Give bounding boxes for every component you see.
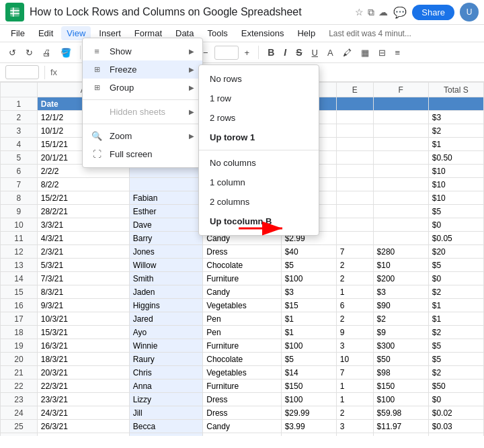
cell-num-25[interactable]: 25 [1, 420, 38, 433]
cell-c-18[interactable]: Pen [203, 326, 281, 339]
cell-num-19[interactable]: 19 [1, 339, 38, 353]
comment-icon[interactable]: 💬 [393, 6, 407, 19]
highlight-button[interactable]: 🖍 [339, 46, 355, 60]
cell-e-21[interactable]: 7 [336, 366, 373, 379]
cell-b-19[interactable]: Winnie [129, 339, 203, 353]
freeze-1-row[interactable]: 1 row [199, 89, 319, 108]
copy-icon[interactable]: ⧉ [368, 7, 374, 18]
cell-num-3[interactable]: 3 [1, 124, 38, 138]
cell-b-15[interactable]: Jaden [129, 285, 203, 299]
cell-num-8[interactable]: 8 [1, 191, 38, 205]
cell-e-10[interactable] [336, 218, 373, 232]
cell-d-20[interactable]: $5 [281, 353, 336, 366]
cell-a-10[interactable]: 3/3/21 [37, 218, 129, 232]
freeze-no-rows[interactable]: No rows [199, 69, 319, 89]
cell-e-22[interactable]: 1 [336, 379, 373, 393]
cell-f-18[interactable]: $9 [373, 326, 428, 339]
cell-f-4[interactable] [373, 138, 428, 151]
cell-g-3[interactable]: $2 [428, 124, 483, 138]
cell-e1[interactable] [336, 97, 373, 111]
cell-c-21[interactable]: Vegetables [203, 366, 281, 379]
cloud-icon[interactable]: ☁ [378, 7, 388, 18]
cell-a-15[interactable]: 8/3/21 [37, 285, 129, 299]
cell-g-6[interactable]: $10 [428, 165, 483, 178]
undo-button[interactable]: ↺ [5, 46, 19, 60]
cell-b-21[interactable]: Chris [129, 366, 203, 379]
cell-a-18[interactable]: 15/3/21 [37, 326, 129, 339]
star-icon[interactable]: ☆ [355, 7, 364, 18]
border-button[interactable]: ▦ [358, 46, 372, 60]
cell-e-4[interactable] [336, 138, 373, 151]
col-header-f[interactable]: F [373, 83, 428, 97]
cell-g-15[interactable]: $2 [428, 285, 483, 299]
cell-b-25[interactable]: Becca [129, 420, 203, 433]
cell-num-9[interactable]: 9 [1, 205, 38, 218]
cell-d-25[interactable]: $3.99 [281, 420, 336, 433]
view-menu-show[interactable]: ≡ Show [83, 42, 202, 60]
cell-a-26[interactable]: 30/3/21 [37, 433, 129, 437]
cell-e-18[interactable]: 9 [336, 326, 373, 339]
cell-b-23[interactable]: Lizzy [129, 393, 203, 406]
cell-a-11[interactable]: 4/3/21 [37, 232, 129, 245]
cell-f-23[interactable]: $100 [373, 393, 428, 406]
cell-g-19[interactable]: $5 [428, 339, 483, 353]
cell-g-16[interactable]: $1 [428, 299, 483, 312]
cell-e-20[interactable]: 10 [336, 353, 373, 366]
cell-f-2[interactable] [373, 111, 428, 124]
cell-b-20[interactable]: Raury [129, 353, 203, 366]
cell-f-8[interactable] [373, 191, 428, 205]
cell-f-26[interactable]: $120 [373, 433, 428, 437]
cell-b-9[interactable]: Esther [129, 205, 203, 218]
cell-num-21[interactable]: 21 [1, 366, 38, 379]
cell-a-20[interactable]: 18/3/21 [37, 353, 129, 366]
cell-e-17[interactable]: 2 [336, 312, 373, 326]
cell-a-9[interactable]: 28/2/21 [37, 205, 129, 218]
cell-g-10[interactable]: $0 [428, 218, 483, 232]
cell-g-9[interactable]: $5 [428, 205, 483, 218]
cell-num-13[interactable]: 13 [1, 259, 38, 272]
cell-b-12[interactable]: Jones [129, 245, 203, 259]
cell-f-24[interactable]: $59.98 [373, 406, 428, 420]
freeze-1-column[interactable]: 1 column [199, 173, 319, 192]
cell-e-11[interactable] [336, 232, 373, 245]
font-size-input[interactable]: 10 [214, 46, 239, 60]
cell-e-6[interactable] [336, 165, 373, 178]
cell-f-3[interactable] [373, 124, 428, 138]
cell-c-19[interactable]: Furniture [203, 339, 281, 353]
cell-d-16[interactable]: $15 [281, 299, 336, 312]
cell-d-15[interactable]: $3 [281, 285, 336, 299]
cell-f-15[interactable]: $3 [373, 285, 428, 299]
italic-button[interactable]: I [280, 45, 290, 60]
cell-f1[interactable] [373, 97, 428, 111]
cell-b-11[interactable]: Barry [129, 232, 203, 245]
cell-c-26[interactable]: Shoes [203, 433, 281, 437]
cell-d-26[interactable]: $60 [281, 433, 336, 437]
cell-c-14[interactable]: Furniture [203, 272, 281, 285]
cell-f-7[interactable] [373, 178, 428, 191]
cell-b-18[interactable]: Ayo [129, 326, 203, 339]
freeze-up-to-row1[interactable]: Up to row 1 [199, 128, 319, 147]
cell-e-25[interactable]: 3 [336, 420, 373, 433]
cell-b-13[interactable]: Willow [129, 259, 203, 272]
cell-g-23[interactable]: $0 [428, 393, 483, 406]
cell-a-7[interactable]: 8/2/2 [37, 178, 129, 191]
cell-num-17[interactable]: 17 [1, 312, 38, 326]
cell-num-11[interactable]: 11 [1, 232, 38, 245]
cell-e-16[interactable]: 6 [336, 299, 373, 312]
cell-f-16[interactable]: $90 [373, 299, 428, 312]
cell-num-26[interactable]: 26 [1, 433, 38, 437]
cell-a-19[interactable]: 16/3/21 [37, 339, 129, 353]
cell-g-4[interactable]: $1 [428, 138, 483, 151]
font-size-increase[interactable]: + [241, 46, 253, 60]
cell-d-22[interactable]: $150 [281, 379, 336, 393]
cell-e-14[interactable]: 2 [336, 272, 373, 285]
redo-button[interactable]: ↻ [22, 46, 36, 60]
menu-edit[interactable]: Edit [33, 26, 58, 40]
cell-d-14[interactable]: $100 [281, 272, 336, 285]
cell-d-19[interactable]: $100 [281, 339, 336, 353]
cell-f-13[interactable]: $10 [373, 259, 428, 272]
cell-c-16[interactable]: Vegetables [203, 299, 281, 312]
freeze-no-columns[interactable]: No columns [199, 153, 319, 173]
cell-g-21[interactable]: $2 [428, 366, 483, 379]
cell-d-21[interactable]: $14 [281, 366, 336, 379]
